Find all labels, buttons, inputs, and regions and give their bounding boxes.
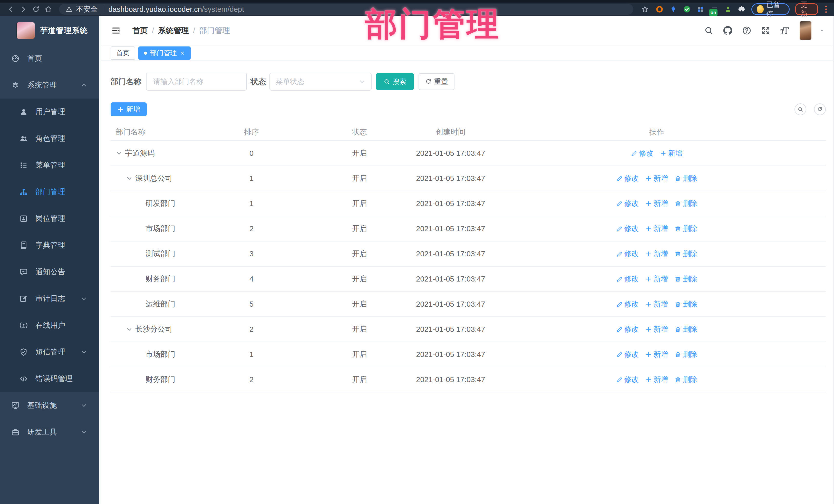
sidebar-item-错误码管理[interactable]: 错误码管理	[0, 366, 99, 392]
action-修改[interactable]: 修改	[616, 224, 639, 234]
extensions-puzzle-icon[interactable]	[738, 5, 746, 14]
reset-button[interactable]: 重置	[419, 73, 455, 90]
action-新增[interactable]: 新增	[645, 350, 668, 359]
created-time-cell: 2021-01-05 17:03:47	[414, 140, 487, 166]
tab-label: 首页	[116, 48, 130, 58]
status-select[interactable]: 菜单状态	[269, 73, 372, 91]
browser-menu-kebab-icon[interactable]	[824, 6, 828, 13]
breadcrumb-item[interactable]: 系统管理	[158, 25, 189, 36]
breadcrumb: 首页/系统管理/部门管理	[132, 25, 230, 36]
action-新增[interactable]: 新增	[645, 299, 668, 309]
font-size-icon[interactable]	[779, 25, 790, 36]
refresh-table-button[interactable]	[814, 104, 826, 115]
content-scrollbar[interactable]	[833, 16, 834, 504]
extension-rows-icon[interactable]: on	[710, 5, 718, 14]
user-avatar[interactable]	[799, 21, 811, 40]
action-修改[interactable]: 修改	[616, 174, 639, 183]
sidebar-item-首页[interactable]: 首页	[0, 45, 99, 72]
fullscreen-icon[interactable]	[760, 25, 771, 36]
sidebar-toggle-button[interactable]	[110, 25, 122, 36]
browser-home-button[interactable]	[43, 4, 53, 15]
action-label: 修改	[624, 375, 639, 385]
action-新增[interactable]: 新增	[645, 249, 668, 259]
add-dept-button[interactable]: 新增	[111, 103, 147, 116]
extension-grid-icon[interactable]	[697, 5, 705, 14]
action-删除[interactable]: 删除	[675, 274, 697, 284]
action-新增[interactable]: 新增	[660, 148, 683, 158]
sidebar-item-部门管理[interactable]: 部门管理	[0, 179, 99, 205]
emoji-avatar	[757, 5, 764, 13]
active-tab-dot	[144, 51, 147, 54]
user-menu-caret-icon[interactable]	[819, 28, 825, 34]
action-修改[interactable]: 修改	[631, 148, 653, 158]
sidebar-item-用户管理[interactable]: 用户管理	[0, 98, 99, 125]
breadcrumb-item[interactable]: 首页	[132, 25, 148, 36]
sidebar-scrollbar[interactable]	[99, 16, 101, 504]
action-删除[interactable]: 删除	[675, 199, 697, 209]
sidebar-item-label: 基础设施	[27, 400, 57, 411]
chevron-down-icon	[81, 402, 87, 409]
github-icon[interactable]	[722, 25, 733, 36]
action-修改[interactable]: 修改	[616, 199, 639, 209]
browser-back-button[interactable]	[6, 4, 16, 15]
action-新增[interactable]: 新增	[645, 224, 668, 234]
extension-person-icon[interactable]	[724, 5, 732, 14]
action-修改[interactable]: 修改	[616, 249, 639, 259]
sidebar-item-label: 审计日志	[36, 293, 65, 304]
extension-green-check-icon[interactable]	[683, 5, 691, 14]
tab-部门管理[interactable]: 部门管理	[138, 46, 191, 60]
action-修改[interactable]: 修改	[616, 299, 639, 309]
help-icon[interactable]	[741, 25, 752, 36]
extension-blue-drop-icon[interactable]	[669, 5, 677, 14]
action-删除[interactable]: 删除	[675, 299, 697, 309]
sidebar-item-菜单管理[interactable]: 菜单管理	[0, 152, 99, 179]
action-删除[interactable]: 删除	[675, 350, 697, 359]
action-新增[interactable]: 新增	[645, 199, 668, 209]
action-label: 新增	[654, 199, 668, 209]
action-删除[interactable]: 删除	[675, 324, 697, 334]
action-删除[interactable]: 删除	[675, 249, 697, 259]
sidebar-item-在线用户[interactable]: 在线用户	[0, 312, 99, 339]
sidebar-item-短信管理[interactable]: 短信管理	[0, 339, 99, 366]
search-button[interactable]: 搜索	[376, 73, 414, 90]
paused-profile-chip[interactable]: 已暂停	[751, 3, 790, 15]
tab-首页[interactable]: 首页	[111, 46, 135, 60]
browser-update-button[interactable]: 更新	[795, 3, 818, 15]
action-修改[interactable]: 修改	[616, 350, 639, 359]
bookmark-star-icon[interactable]	[640, 4, 650, 15]
action-删除[interactable]: 删除	[675, 224, 697, 234]
action-修改[interactable]: 修改	[616, 324, 639, 334]
action-新增[interactable]: 新增	[645, 274, 668, 284]
sidebar-item-研发工具[interactable]: 研发工具	[0, 419, 99, 445]
dept-name: 深圳总公司	[135, 173, 172, 183]
action-label: 新增	[654, 350, 668, 359]
menu-tree-icon	[20, 161, 28, 169]
browser-forward-button[interactable]	[18, 4, 29, 15]
extension-orange-icon[interactable]	[655, 5, 663, 14]
dept-name-cell: 测试部门	[111, 241, 198, 266]
sidebar-item-通知公告[interactable]: 通知公告	[0, 259, 99, 285]
action-删除[interactable]: 删除	[675, 375, 697, 385]
sidebar-item-字典管理[interactable]: 字典管理	[0, 232, 99, 259]
dept-name-input[interactable]	[146, 73, 247, 91]
dept-name-cell: 长沙分公司	[111, 317, 198, 342]
browser-reload-button[interactable]	[30, 4, 41, 15]
sidebar-item-基础设施[interactable]: 基础设施	[0, 392, 99, 419]
tab-close-icon	[180, 50, 185, 56]
app-logo-row[interactable]: 芋道管理系统	[0, 16, 99, 45]
action-删除[interactable]: 删除	[675, 174, 697, 183]
sidebar-item-岗位管理[interactable]: 岗位管理	[0, 205, 99, 232]
toggle-search-button[interactable]	[794, 104, 806, 115]
chevron-down-icon	[81, 295, 87, 302]
header-search-icon[interactable]	[703, 25, 715, 36]
sidebar-item-角色管理[interactable]: 角色管理	[0, 125, 99, 152]
action-新增[interactable]: 新增	[645, 324, 668, 334]
action-修改[interactable]: 修改	[616, 375, 639, 385]
sidebar-item-label: 短信管理	[36, 347, 65, 357]
action-修改[interactable]: 修改	[616, 274, 639, 284]
url-bar[interactable]: 不安全 dashboard.yudao.iocoder.cn/system/de…	[59, 4, 633, 15]
action-新增[interactable]: 新增	[645, 174, 668, 183]
sidebar-item-审计日志[interactable]: 审计日志	[0, 285, 99, 312]
sidebar-item-系统管理[interactable]: 系统管理	[0, 72, 99, 98]
action-新增[interactable]: 新增	[645, 375, 668, 385]
